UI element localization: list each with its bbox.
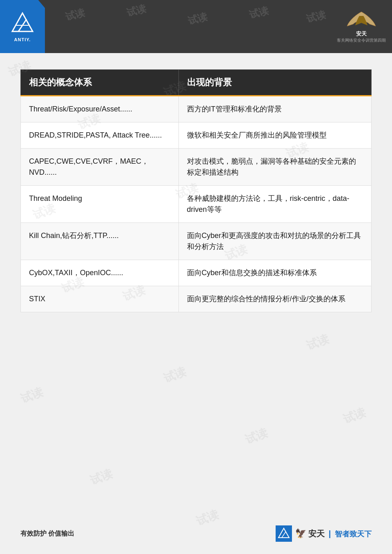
- footer-right: 🦅 安天 | 智者致天下: [276, 525, 372, 542]
- table-cell-right: 对攻击模式，脆弱点，漏洞等各种基础的安全元素的标定和描述结构: [178, 149, 371, 186]
- page-wm-8: 试读: [18, 385, 45, 407]
- table-cell-right: 西方的IT管理和标准化的背景: [178, 96, 371, 122]
- header-wm-4: 试读: [248, 4, 270, 21]
- page-wm-9: 试读: [243, 425, 270, 448]
- table-cell-left: Threat Modeling: [21, 186, 179, 223]
- top-right-brand-text: 安天: [356, 30, 367, 38]
- main-content: 相关的概念体系 出现的背景 Threat/Risk/Exposure/Asset…: [20, 69, 372, 312]
- logo-box: ANTIY.: [0, 0, 45, 53]
- footer-brand-text: 安天: [308, 529, 325, 538]
- table-cell-left: Threat/Risk/Exposure/Asset......: [21, 96, 179, 122]
- table-row: CAPEC,CWE,CVE,CVRF，MAEC，NVD......对攻击模式，脆…: [21, 149, 372, 186]
- table-cell-right: 各种威胁建模的方法论，工具，risk-centric，data-driven等等: [178, 186, 371, 223]
- table-cell-right: 面向Cyber和信息交换的描述和标准体系: [178, 260, 371, 286]
- table-cell-right: 面向更完整的综合性的情报分析/作业/交换的体系: [178, 286, 371, 312]
- header: ANTIY. 试读 试读 试读 试读 试读 安天 客关网络安全令训营第四期: [0, 0, 392, 53]
- table-cell-left: Kill Chain,钻石分析,TTP......: [21, 223, 179, 260]
- page-wm-14: 试读: [161, 364, 188, 387]
- table-row: STIX面向更完整的综合性的情报分析/作业/交换的体系: [21, 286, 372, 312]
- table-row: DREAD,STRIDE,PASTA, Attack Tree......微软和…: [21, 122, 372, 149]
- logo-icon: [10, 11, 35, 36]
- svg-marker-0: [12, 13, 33, 31]
- footer-brand-sub: 智者致天下: [335, 530, 372, 538]
- footer-logo: 🦅 安天 | 智者致天下: [276, 525, 372, 542]
- footer-left-text: 有效防护 价值输出: [20, 530, 74, 538]
- footer-antiy-icon: [276, 525, 292, 542]
- col1-header: 相关的概念体系: [21, 70, 179, 96]
- logo-text: ANTIY.: [14, 37, 31, 42]
- table-cell-left: CybOX,TAXII，OpenIOC......: [21, 260, 179, 286]
- table-cell-right: 面向Cyber和更高强度的攻击和对抗的场景的分析工具和分析方法: [178, 223, 371, 260]
- top-right-emblem: [345, 10, 378, 30]
- footer-brand-name: 🦅 安天 | 智者致天下: [295, 528, 372, 539]
- col2-header: 出现的背景: [178, 70, 371, 96]
- header-wm-5: 试读: [305, 8, 327, 25]
- table-row: Kill Chain,钻石分析,TTP......面向Cyber和更高强度的攻击…: [21, 223, 372, 260]
- page-wm-10: 试读: [88, 466, 115, 489]
- table-row: Threat Modeling各种威胁建模的方法论，工具，risk-centri…: [21, 186, 372, 223]
- page-wm-7: 试读: [304, 332, 331, 354]
- header-wm-3: 试读: [187, 10, 209, 27]
- top-right-brand: 安天: [356, 31, 367, 37]
- table-header-row: 相关的概念体系 出现的背景: [21, 70, 372, 96]
- header-watermark-area: 试读 试读 试读 试读 试读: [45, 0, 335, 53]
- table-row: CybOX,TAXII，OpenIOC......面向Cyber和信息交换的描述…: [21, 260, 372, 286]
- table-cell-left: STIX: [21, 286, 179, 312]
- page-wm-15: 试读: [341, 405, 368, 427]
- svg-line-4: [282, 532, 286, 538]
- table-row: Threat/Risk/Exposure/Asset......西方的IT管理和…: [21, 96, 372, 122]
- table-cell-right: 微软和相关安全厂商所推出的风险管理模型: [178, 122, 371, 149]
- table-cell-left: DREAD,STRIDE,PASTA, Attack Tree......: [21, 122, 179, 149]
- top-right-sub-text: 客关网络安全令训营第四期: [337, 38, 386, 43]
- table-cell-left: CAPEC,CWE,CVE,CVRF，MAEC，NVD......: [21, 149, 179, 186]
- main-table: 相关的概念体系 出现的背景 Threat/Risk/Exposure/Asset…: [20, 69, 372, 312]
- footer: 有效防护 价值输出 🦅 安天 | 智者致天下: [0, 525, 392, 542]
- footer-logo-svg: [278, 527, 290, 540]
- header-wm-2: 试读: [125, 2, 148, 19]
- top-right-logo: 安天 客关网络安全令训营第四期: [335, 8, 388, 45]
- header-wm-1: 试读: [64, 6, 87, 23]
- svg-marker-3: [278, 528, 289, 538]
- footer-separator: |: [329, 529, 331, 538]
